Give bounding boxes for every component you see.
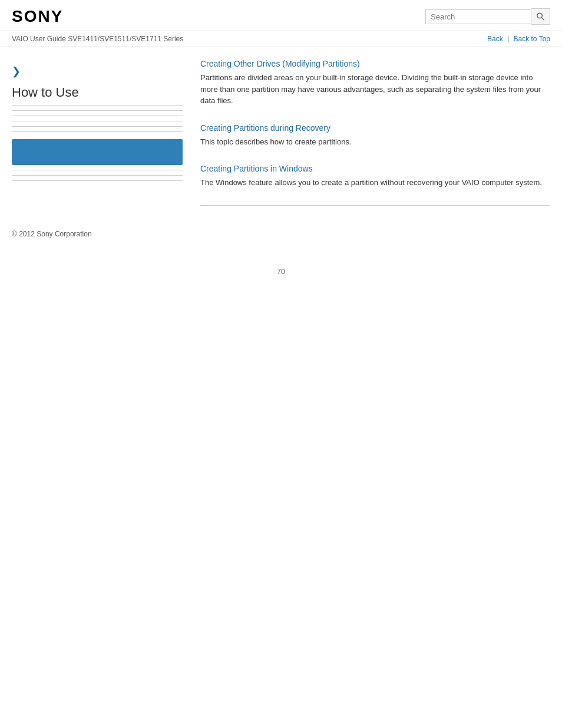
sidebar: ❯ How to Use bbox=[12, 59, 194, 206]
content-divider bbox=[200, 205, 550, 206]
section-3: Creating Partitions in Windows The Windo… bbox=[200, 164, 550, 189]
section-1-body: Partitions are divided areas on your bui… bbox=[200, 72, 550, 107]
section-2-body: This topic describes how to create parti… bbox=[200, 136, 550, 148]
sidebar-divider-5 bbox=[12, 131, 183, 132]
back-link[interactable]: Back bbox=[487, 35, 503, 43]
back-to-top-link[interactable]: Back to Top bbox=[514, 35, 550, 43]
sidebar-highlight-box[interactable] bbox=[12, 139, 183, 165]
sidebar-divider-3 bbox=[12, 121, 183, 121]
footer: © 2012 Sony Corporation bbox=[0, 218, 562, 244]
nav-bar: VAIO User Guide SVE1411/SVE1511/SVE1711 … bbox=[0, 31, 562, 47]
section-3-title[interactable]: Creating Partitions in Windows bbox=[200, 164, 550, 173]
section-1-title[interactable]: Creating Other Drives (Modifying Partiti… bbox=[200, 59, 550, 68]
sidebar-divider-6 bbox=[12, 170, 183, 170]
nav-links: Back | Back to Top bbox=[487, 35, 550, 43]
page-header: SONY bbox=[0, 0, 562, 31]
search-button[interactable] bbox=[531, 8, 550, 25]
sidebar-divider-8 bbox=[12, 180, 183, 181]
sidebar-divider-4 bbox=[12, 126, 183, 127]
main-content: ❯ How to Use Creating Other Drives (Modi… bbox=[0, 47, 562, 218]
svg-line-1 bbox=[541, 18, 544, 20]
svg-point-0 bbox=[537, 13, 542, 18]
content-area: Creating Other Drives (Modifying Partiti… bbox=[194, 59, 550, 206]
search-wrapper bbox=[425, 8, 550, 25]
section-3-body: The Windows feature allows you to create… bbox=[200, 177, 550, 189]
section-2: Creating Partitions during Recovery This… bbox=[200, 123, 550, 148]
section-1: Creating Other Drives (Modifying Partiti… bbox=[200, 59, 550, 107]
copyright: © 2012 Sony Corporation bbox=[12, 230, 92, 238]
expand-arrow[interactable]: ❯ bbox=[12, 65, 21, 78]
search-input[interactable] bbox=[425, 9, 531, 24]
guide-title: VAIO User Guide SVE1411/SVE1511/SVE1711 … bbox=[12, 35, 183, 43]
section-2-title[interactable]: Creating Partitions during Recovery bbox=[200, 123, 550, 133]
sony-logo: SONY bbox=[12, 7, 63, 26]
sidebar-title: How to Use bbox=[12, 85, 183, 106]
sidebar-divider-2 bbox=[12, 116, 183, 116]
sidebar-divider-1 bbox=[12, 110, 183, 111]
page-number: 70 bbox=[0, 268, 562, 276]
nav-separator: | bbox=[507, 35, 511, 43]
sidebar-divider-7 bbox=[12, 175, 183, 176]
search-icon bbox=[536, 12, 545, 21]
